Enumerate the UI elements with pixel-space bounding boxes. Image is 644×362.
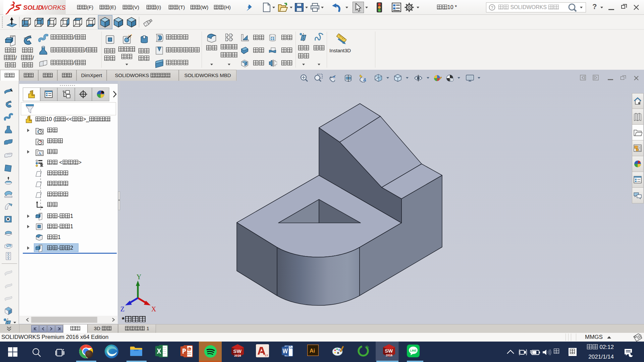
svg-text:SOLID: SOLID — [23, 4, 43, 11]
svg-text:A: A — [38, 151, 41, 155]
svg-text:X: X — [151, 305, 156, 313]
svg-text:2016: 2016 — [386, 354, 392, 357]
svg-text:S: S — [385, 348, 388, 354]
svg-text:W: W — [388, 348, 393, 354]
svg-text:S: S — [233, 348, 236, 354]
svg-text:Z: Z — [120, 305, 124, 313]
svg-text:LINE: LINE — [410, 349, 417, 352]
svg-text:Ai: Ai — [310, 348, 315, 354]
svg-text:W: W — [236, 348, 241, 354]
svg-text:?: ? — [491, 5, 493, 10]
svg-text:WORKS: WORKS — [42, 4, 66, 11]
svg-text:Y: Y — [137, 273, 141, 281]
svg-text:A: A — [363, 77, 366, 82]
svg-text:LT: LT — [265, 354, 268, 357]
svg-text:2016: 2016 — [234, 354, 241, 357]
